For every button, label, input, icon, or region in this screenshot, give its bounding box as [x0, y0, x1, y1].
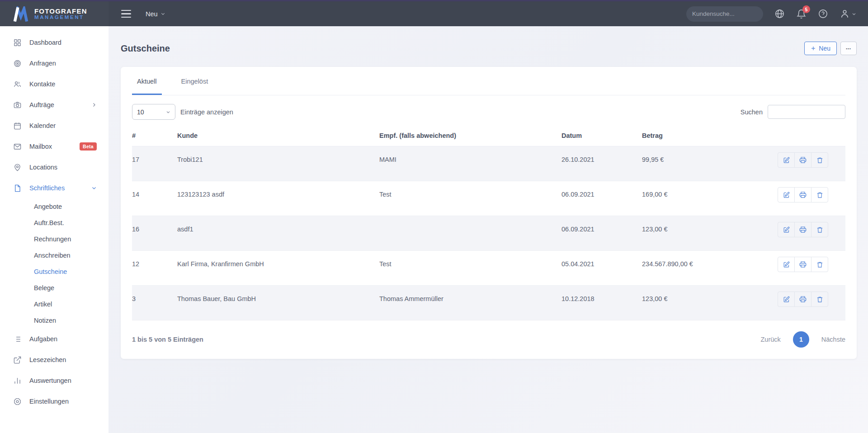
- table-header-row: # Kunde Empf. (falls abweichend) Datum B…: [132, 127, 845, 146]
- tab-eingeloest[interactable]: Eingelöst: [176, 67, 213, 95]
- table-body: 17 Trobi121 MAMI 26.10.2021 99,95 €: [132, 146, 845, 320]
- new-voucher-button[interactable]: Neu: [804, 42, 837, 55]
- sidebar-item-lesezeichen[interactable]: Lesezeichen: [0, 349, 108, 370]
- delete-button[interactable]: [811, 257, 828, 272]
- calendar-icon: [13, 122, 22, 130]
- table-row: 17 Trobi121 MAMI 26.10.2021 99,95 €: [132, 146, 845, 181]
- edit-button[interactable]: [778, 292, 795, 307]
- cell-kunde: Trobi121: [177, 146, 379, 181]
- sidebar-item-anfragen[interactable]: Anfragen: [0, 53, 108, 74]
- sidebar-subitem-rechnungen[interactable]: Rechnungen: [0, 231, 108, 247]
- table-search-label: Suchen: [741, 108, 763, 116]
- entries-info: 1 bis 5 von 5 Einträgen: [132, 336, 203, 343]
- delete-button[interactable]: [811, 187, 828, 202]
- cell-datum: 26.10.2021: [561, 146, 642, 181]
- sidebar-subitem-gutscheine[interactable]: Gutscheine: [0, 264, 108, 280]
- sidebar-item-dashboard[interactable]: Dashboard: [0, 32, 108, 53]
- print-button[interactable]: [794, 292, 811, 307]
- trash-icon: [816, 296, 823, 303]
- pagination-prev-button[interactable]: Zurück: [760, 336, 780, 343]
- logo-text-line1: FOTOGRAFEN: [34, 8, 87, 15]
- sidebar-subitem-angebote[interactable]: Angebote: [0, 198, 108, 215]
- edit-pencil-icon: [783, 261, 790, 268]
- printer-icon: [799, 296, 807, 303]
- sidebar-item-einstellungen[interactable]: Einstellungen: [0, 391, 108, 412]
- user-menu[interactable]: [840, 9, 856, 19]
- sidebar-subitem-anschreiben[interactable]: Anschreiben: [0, 247, 108, 264]
- row-actions: [778, 222, 828, 237]
- pagination-page-1[interactable]: 1: [793, 331, 809, 348]
- cell-kunde: Thomas Bauer, Bau GmbH: [177, 286, 379, 320]
- edit-button[interactable]: [778, 187, 795, 202]
- print-button[interactable]: [794, 152, 811, 168]
- vouchers-table: # Kunde Empf. (falls abweichend) Datum B…: [132, 127, 845, 320]
- navbar-new-dropdown[interactable]: Neu: [146, 10, 165, 18]
- subitem-label: Belege: [34, 284, 54, 292]
- edit-pencil-icon: [783, 192, 790, 198]
- camera-icon: [13, 101, 22, 109]
- customer-search-input[interactable]: [692, 10, 772, 17]
- sidebar-subitem-belege[interactable]: Belege: [0, 280, 108, 296]
- edit-button[interactable]: [778, 257, 795, 272]
- delete-button[interactable]: [811, 292, 828, 307]
- sidebar-item-auswertungen[interactable]: Auswertungen: [0, 370, 108, 391]
- sidebar-subitem-artikel[interactable]: Artikel: [0, 296, 108, 312]
- row-actions: [778, 257, 828, 272]
- cell-id: 17: [132, 146, 177, 181]
- sidebar-item-mailbox[interactable]: Mailbox Beta: [0, 136, 108, 157]
- language-globe-icon[interactable]: [774, 9, 785, 19]
- cell-empf: [379, 216, 561, 251]
- print-button[interactable]: [794, 257, 811, 272]
- people-icon: [13, 80, 22, 89]
- print-button[interactable]: [794, 187, 811, 202]
- tab-aktuell[interactable]: Aktuell: [132, 67, 162, 95]
- sidebar-label: Locations: [29, 164, 97, 171]
- subitem-label: Notizen: [34, 317, 56, 324]
- edit-button[interactable]: [778, 222, 795, 237]
- sidebar-item-kontakte[interactable]: Kontakte: [0, 74, 108, 94]
- document-icon: [13, 184, 22, 193]
- cell-empf: Test: [379, 251, 561, 286]
- pagination-next-button[interactable]: Nächste: [821, 336, 845, 343]
- hamburger-menu-icon[interactable]: [121, 10, 131, 18]
- app-logo[interactable]: FOTOGRAFEN MANAGEMENT: [0, 1, 108, 26]
- notifications-bell-icon[interactable]: 5: [796, 9, 807, 19]
- sidebar-item-aufgaben[interactable]: Aufgaben: [0, 329, 108, 349]
- dashboard-grid-icon: [13, 38, 22, 47]
- page-size-select[interactable]: 10: [132, 104, 175, 120]
- sidebar-item-auftraege[interactable]: Aufträge: [0, 94, 108, 115]
- logo-m-icon: [12, 6, 30, 22]
- delete-button[interactable]: [811, 152, 828, 168]
- sidebar-item-locations[interactable]: Locations: [0, 157, 108, 178]
- mail-icon: [13, 142, 22, 151]
- edit-pencil-icon: [783, 157, 790, 164]
- customer-search[interactable]: [686, 6, 763, 22]
- cell-datum: 06.09.2021: [561, 216, 642, 251]
- more-options-button[interactable]: •••: [840, 42, 857, 55]
- main-content: Gutscheine Neu ••• Aktuell Eingelöst 10 …: [108, 26, 868, 433]
- column-header-datum[interactable]: Datum: [561, 127, 642, 146]
- delete-button[interactable]: [811, 222, 828, 237]
- edit-button[interactable]: [778, 152, 795, 168]
- column-header-kunde[interactable]: Kunde: [177, 127, 379, 146]
- row-actions: [778, 152, 828, 168]
- logo-text-line2: MANAGEMENT: [34, 14, 87, 20]
- table-search-input[interactable]: [768, 105, 845, 119]
- sidebar-item-schriftliches[interactable]: Schriftliches: [0, 178, 108, 198]
- cell-empf: Test: [379, 181, 561, 216]
- external-link-icon: [13, 356, 22, 364]
- sidebar-subitem-auftrbest[interactable]: Auftr.Best.: [0, 215, 108, 231]
- column-header-betrag[interactable]: Betrag: [642, 127, 778, 146]
- column-header-id[interactable]: #: [132, 127, 177, 146]
- row-actions: [778, 187, 828, 202]
- sidebar-label: Lesezeichen: [29, 356, 97, 363]
- column-header-empf[interactable]: Empf. (falls abweichend): [379, 127, 561, 146]
- target-icon: [13, 59, 22, 68]
- print-button[interactable]: [794, 222, 811, 237]
- subitem-label: Angebote: [34, 203, 62, 210]
- help-icon[interactable]: [818, 9, 828, 19]
- cell-datum: 06.09.2021: [561, 181, 642, 216]
- sidebar-subitem-notizen[interactable]: Notizen: [0, 312, 108, 329]
- sidebar-item-kalender[interactable]: Kalender: [0, 115, 108, 136]
- trash-icon: [816, 261, 823, 268]
